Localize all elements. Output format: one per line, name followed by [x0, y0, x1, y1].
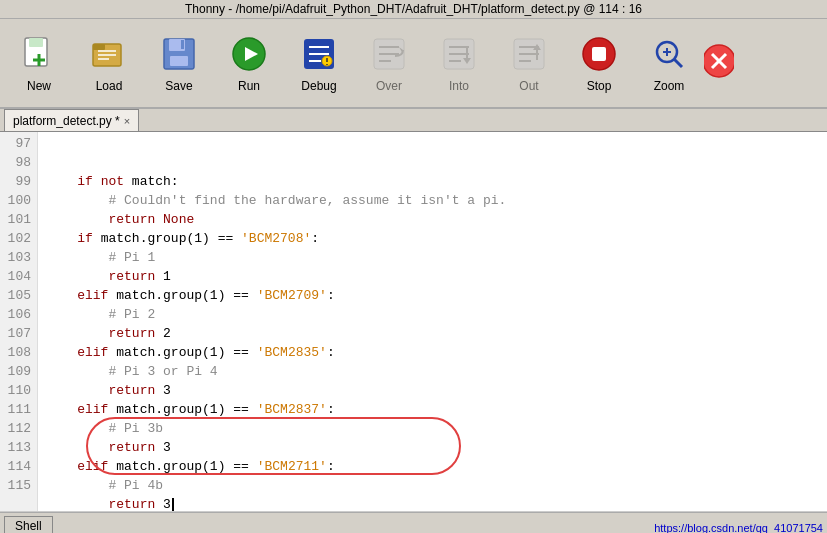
zoom-icon — [648, 33, 690, 75]
code-line: return 3 — [46, 438, 819, 457]
tab-filename: platform_detect.py * — [13, 114, 120, 128]
text-cursor — [172, 498, 174, 511]
run-icon — [228, 33, 270, 75]
line-number: 102 — [4, 229, 31, 248]
code-line: return 1 — [46, 267, 819, 286]
save-button[interactable]: Save — [144, 23, 214, 103]
line-number: 103 — [4, 248, 31, 267]
line-number: 114 — [4, 457, 31, 476]
code-line: elif match.group(1) == 'BCM2709': — [46, 286, 819, 305]
over-button[interactable]: Over — [354, 23, 424, 103]
title-bar: Thonny - /home/pi/Adafruit_Python_DHT/Ad… — [0, 0, 827, 19]
svg-rect-5 — [93, 44, 105, 50]
line-number: 97 — [4, 134, 31, 153]
code-line: elif match.group(1) == 'BCM2835': — [46, 343, 819, 362]
load-button[interactable]: Load — [74, 23, 144, 103]
stop-button[interactable]: Stop — [564, 23, 634, 103]
code-line: # Pi 2 — [46, 305, 819, 324]
url-status[interactable]: https://blog.csdn.net/qq_41071754 — [654, 522, 823, 533]
code-line: # Pi 1 — [46, 248, 819, 267]
bottom-bar: Shell https://blog.csdn.net/qq_41071754 — [0, 512, 827, 533]
code-line: # Pi 3 or Pi 4 — [46, 362, 819, 381]
save-label: Save — [165, 79, 192, 93]
quit-button[interactable] — [704, 23, 734, 103]
line-number: 100 — [4, 191, 31, 210]
tab-bar: platform_detect.py * × — [0, 109, 827, 132]
line-number: 109 — [4, 362, 31, 381]
load-label: Load — [96, 79, 123, 93]
line-number: 101 — [4, 210, 31, 229]
code-line: return None — [46, 210, 819, 229]
svg-rect-38 — [592, 47, 606, 61]
new-label: New — [27, 79, 51, 93]
run-label: Run — [238, 79, 260, 93]
stop-label: Stop — [587, 79, 612, 93]
editor-wrapper: 9798991001011021031041051061071081091101… — [0, 132, 827, 512]
code-line: return 2 — [46, 324, 819, 343]
code-line: if match.group(1) == 'BCM2708': — [46, 229, 819, 248]
over-icon — [368, 33, 410, 75]
line-number: 113 — [4, 438, 31, 457]
code-line: # Pi 4b — [46, 476, 819, 495]
debug-label: Debug — [301, 79, 336, 93]
svg-rect-1 — [29, 38, 43, 47]
over-label: Over — [376, 79, 402, 93]
line-number: 110 — [4, 381, 31, 400]
into-icon — [438, 33, 480, 75]
out-icon — [508, 33, 550, 75]
code-line: # Pi 3b — [46, 419, 819, 438]
zoom-label: Zoom — [654, 79, 685, 93]
code-line: return 3 — [46, 381, 819, 400]
zoom-button[interactable]: Zoom — [634, 23, 704, 103]
svg-line-40 — [674, 59, 682, 67]
out-label: Out — [519, 79, 538, 93]
into-button[interactable]: Into — [424, 23, 494, 103]
stop-icon — [578, 33, 620, 75]
toolbar: New Load Save — [0, 19, 827, 109]
code-line: return 3 — [46, 495, 819, 511]
code-line: elif match.group(1) == 'BCM2837': — [46, 400, 819, 419]
line-number: 104 — [4, 267, 31, 286]
line-number: 112 — [4, 419, 31, 438]
debug-button[interactable]: Debug — [284, 23, 354, 103]
file-tab[interactable]: platform_detect.py * × — [4, 109, 139, 131]
code-line: # Couldn't find the hardware, assume it … — [46, 191, 819, 210]
svg-rect-12 — [181, 40, 184, 49]
tab-close[interactable]: × — [124, 115, 130, 127]
quit-icon — [704, 40, 734, 82]
code-area[interactable]: if not match: # Couldn't find the hardwa… — [38, 132, 827, 511]
new-icon — [18, 33, 60, 75]
line-number: 105 — [4, 286, 31, 305]
code-editor[interactable]: 9798991001011021031041051061071081091101… — [0, 132, 827, 512]
line-number: 115 — [4, 476, 31, 495]
line-numbers: 9798991001011021031041051061071081091101… — [0, 132, 38, 511]
title-text: Thonny - /home/pi/Adafruit_Python_DHT/Ad… — [185, 2, 642, 16]
shell-tab[interactable]: Shell — [4, 516, 53, 533]
code-line: elif match.group(1) == 'BCM2711': — [46, 457, 819, 476]
new-button[interactable]: New — [4, 23, 74, 103]
code-line: if not match: — [46, 172, 819, 191]
save-icon — [158, 33, 200, 75]
debug-icon — [298, 33, 340, 75]
out-button[interactable]: Out — [494, 23, 564, 103]
line-number: 108 — [4, 343, 31, 362]
line-number: 98 — [4, 153, 31, 172]
line-number: 107 — [4, 324, 31, 343]
load-icon — [88, 33, 130, 75]
run-button[interactable]: Run — [214, 23, 284, 103]
line-number: 99 — [4, 172, 31, 191]
line-number: 111 — [4, 400, 31, 419]
shell-label: Shell — [15, 519, 42, 533]
line-number: 106 — [4, 305, 31, 324]
into-label: Into — [449, 79, 469, 93]
svg-rect-11 — [170, 56, 188, 66]
